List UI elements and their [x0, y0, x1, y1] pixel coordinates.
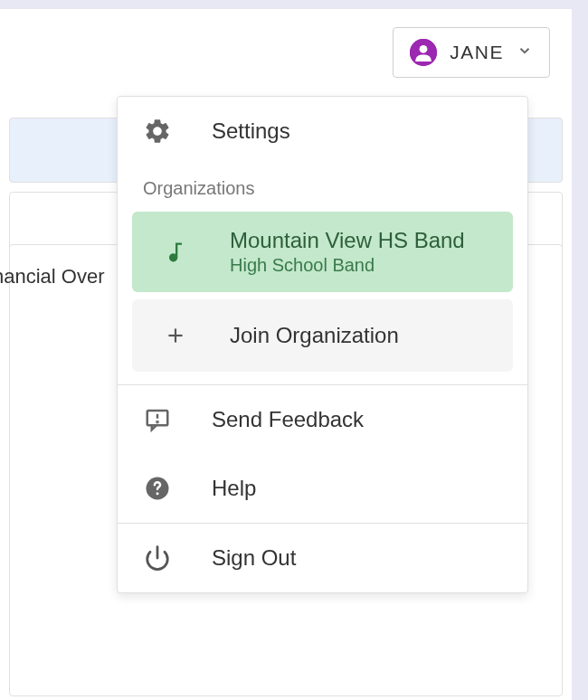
settings-label: Settings — [212, 118, 290, 144]
join-organization-item[interactable]: Join Organization — [132, 299, 513, 372]
organization-name: Mountain View HS Band — [230, 228, 465, 253]
organization-item[interactable]: Mountain View HS Band High School Band — [132, 212, 513, 292]
feedback-icon — [143, 405, 172, 434]
svg-point-8 — [156, 492, 159, 495]
send-feedback-menu-item[interactable]: Send Feedback — [118, 385, 527, 454]
avatar-icon — [410, 39, 437, 66]
organizations-section-header: Organizations — [118, 166, 527, 208]
page-header: JANE — [0, 9, 572, 97]
svg-point-1 — [420, 45, 428, 53]
gear-icon — [143, 117, 172, 146]
sign-out-label: Sign Out — [212, 545, 296, 571]
svg-point-6 — [156, 421, 157, 422]
settings-menu-item[interactable]: Settings — [118, 97, 527, 166]
user-menu-button[interactable]: JANE — [393, 27, 550, 78]
user-name-label: JANE — [450, 42, 504, 63]
help-icon — [143, 474, 172, 503]
organization-text: Mountain View HS Band High School Band — [230, 228, 465, 276]
background-heading: nancial Over — [0, 265, 105, 289]
user-dropdown-menu: Settings Organizations Mountain View HS … — [117, 96, 528, 593]
join-organization-label: Join Organization — [230, 323, 399, 348]
music-note-icon — [161, 238, 190, 267]
send-feedback-label: Send Feedback — [212, 407, 364, 432]
help-menu-item[interactable]: Help — [118, 454, 527, 523]
sign-out-menu-item[interactable]: Sign Out — [118, 524, 527, 592]
power-icon — [143, 544, 172, 572]
plus-icon — [161, 321, 190, 350]
chevron-down-icon — [517, 43, 533, 62]
help-label: Help — [212, 476, 256, 501]
organization-subtitle: High School Band — [230, 255, 465, 276]
